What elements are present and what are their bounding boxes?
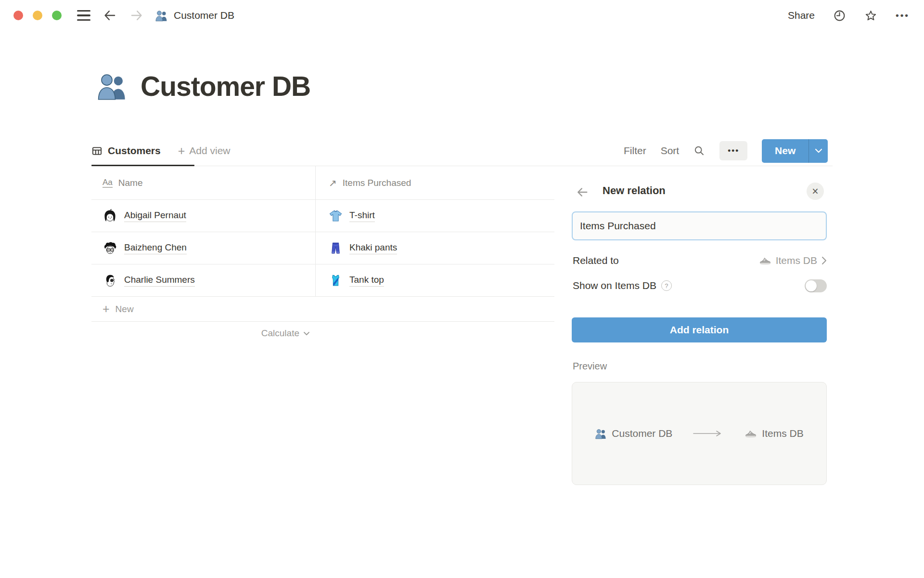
add-view-label: Add view [189, 145, 230, 157]
help-icon[interactable]: ? [661, 280, 672, 291]
new-dropdown-button[interactable] [808, 139, 828, 163]
traffic-light-zoom-button[interactable] [52, 11, 62, 20]
page-title[interactable]: Customer DB [141, 70, 310, 102]
relation-name-input[interactable] [572, 211, 827, 240]
running-shoe-emoji-icon [759, 254, 771, 267]
avatar-baizheng-icon [103, 241, 117, 256]
show-on-toggle[interactable] [805, 279, 827, 292]
busts-in-silhouette-icon[interactable] [96, 70, 128, 102]
related-to-db-name: Items DB [776, 255, 817, 266]
row-item-link[interactable]: T-shirt [349, 210, 375, 222]
busts-in-silhouette-icon [155, 9, 168, 22]
star-favorite-icon[interactable] [864, 9, 877, 22]
t-shirt-emoji-icon [329, 209, 343, 223]
preview-target-label: Items DB [762, 428, 803, 439]
plus-icon: + [178, 145, 185, 157]
row-item-link[interactable]: Tank top [349, 275, 384, 287]
panel-close-button[interactable]: × [807, 183, 824, 200]
column-items-label: Items Purchased [343, 178, 411, 188]
cell-name[interactable]: Charlie Summers [91, 264, 316, 296]
tab-customers-label: Customers [108, 145, 161, 157]
table-header-row: Aa Name ↗ Items Purchased [91, 166, 554, 200]
relation-preview-box: Customer DB Items DB [572, 382, 827, 485]
new-row-button[interactable]: + New [91, 297, 554, 322]
preview-source-label: Customer DB [612, 428, 672, 439]
table-row: Baizheng Chen Khaki pants [91, 232, 554, 264]
related-to-label: Related to [573, 255, 619, 266]
breadcrumb[interactable]: Customer DB [155, 9, 234, 22]
jeans-emoji-icon [329, 241, 343, 255]
panel-back-button[interactable] [576, 185, 589, 199]
row-name-link[interactable]: Abigail Pernaut [124, 210, 186, 222]
arrow-right-icon [129, 8, 144, 23]
preview-label: Preview [573, 361, 607, 372]
view-more-options-button[interactable]: ••• [719, 141, 747, 160]
traffic-light-minimize-button[interactable] [33, 11, 42, 20]
sidebar-menu-icon[interactable] [77, 10, 90, 21]
busts-in-silhouette-icon [595, 428, 607, 440]
show-on-row: Show on Items DB ? [573, 276, 827, 295]
running-shirt-emoji-icon [329, 274, 343, 288]
dots-icon: ••• [728, 146, 739, 156]
new-button[interactable]: New [762, 139, 808, 163]
row-name-link[interactable]: Baizheng Chen [124, 242, 187, 254]
related-to-value[interactable]: Items DB [759, 254, 827, 267]
search-icon[interactable] [693, 145, 705, 157]
breadcrumb-title: Customer DB [174, 10, 234, 21]
related-to-row[interactable]: Related to Items DB [573, 251, 827, 270]
more-options-icon[interactable]: ••• [896, 10, 910, 21]
close-icon: × [812, 185, 818, 198]
window-top-bar: Customer DB Share ••• [0, 0, 924, 31]
add-view-button[interactable]: + Add view [178, 145, 231, 157]
new-relation-panel: New relation × Related to Items DB Show … [554, 166, 924, 578]
toggle-knob [806, 280, 817, 291]
column-header-name[interactable]: Aa Name [91, 166, 316, 199]
customers-table: Aa Name ↗ Items Purchased Abigail Pernau… [91, 166, 554, 345]
cell-items-purchased[interactable]: T-shirt [316, 200, 554, 232]
arrow-left-icon [103, 8, 117, 23]
avatar-abigail-icon [103, 209, 117, 223]
cell-name[interactable]: Baizheng Chen [91, 232, 316, 264]
cell-items-purchased[interactable]: Khaki pants [316, 232, 554, 264]
filter-button[interactable]: Filter [624, 145, 646, 157]
cell-items-purchased[interactable]: Tank top [316, 264, 554, 296]
table-row: Abigail Pernaut T-shirt [91, 200, 554, 232]
column-header-items-purchased[interactable]: ↗ Items Purchased [316, 166, 554, 199]
topbar-actions: Share ••• [788, 9, 910, 22]
row-item-link[interactable]: Khaki pants [349, 242, 397, 254]
row-name-link[interactable]: Charlie Summers [124, 275, 195, 287]
new-split-button: New [762, 139, 828, 163]
forward-button[interactable] [129, 8, 144, 23]
page-header: Customer DB [96, 70, 310, 102]
help-glyph: ? [665, 282, 668, 289]
cell-name[interactable]: Abigail Pernaut [91, 200, 316, 232]
panel-title: New relation [603, 184, 666, 197]
plus-icon: + [103, 303, 110, 315]
running-shoe-emoji-icon [744, 427, 757, 440]
arrow-left-icon [576, 185, 589, 199]
share-button[interactable]: Share [788, 10, 815, 21]
view-tabs: Customers + Add view [91, 137, 231, 164]
sort-button[interactable]: Sort [661, 145, 680, 157]
table-view-icon [91, 145, 103, 157]
text-type-icon: Aa [103, 178, 113, 188]
calculation-row: Calculate [91, 322, 554, 345]
relation-arrow-icon: ↗ [329, 177, 337, 189]
add-relation-button[interactable]: Add relation [572, 317, 827, 342]
show-on-label: Show on Items DB [573, 280, 656, 291]
preview-source-db: Customer DB [595, 428, 672, 440]
chevron-right-icon [821, 256, 827, 265]
preview-target-db: Items DB [744, 427, 803, 440]
chevron-down-icon [815, 148, 822, 153]
notion-window: Customer DB Share ••• Customer DB Custom… [0, 0, 924, 578]
new-row-label: New [116, 304, 134, 315]
calculate-label: Calculate [261, 328, 299, 339]
chevron-down-icon [303, 331, 310, 336]
calculate-dropdown[interactable]: Calculate [91, 322, 316, 345]
back-button[interactable] [102, 8, 117, 23]
tab-customers[interactable]: Customers [91, 145, 161, 157]
column-name-label: Name [118, 178, 143, 188]
table-row: Charlie Summers Tank top [91, 264, 554, 297]
traffic-light-close-button[interactable] [13, 11, 23, 20]
clock-history-icon[interactable] [833, 9, 846, 22]
